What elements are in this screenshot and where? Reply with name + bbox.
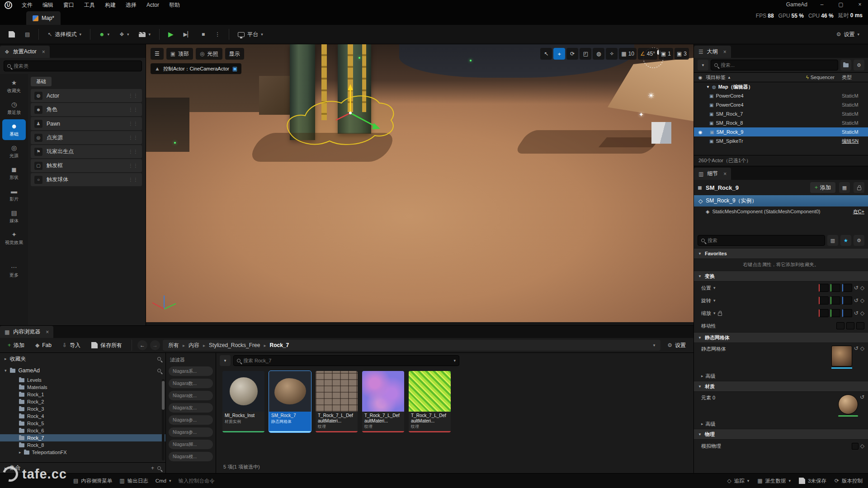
category-visual-effects[interactable]: ✦视觉效果: [2, 228, 26, 249]
derived-data-button[interactable]: ▦ 派生数据 ▾: [757, 478, 791, 484]
menu-help[interactable]: 帮助: [164, 0, 185, 10]
browse-button[interactable]: ▤: [21, 28, 34, 41]
expand-icon[interactable]: ▾: [5, 368, 7, 373]
breadcrumb[interactable]: 所有 ▸ 内容 ▸ Stylized_Rocks_Free ▸ Rock_7 ▾: [163, 340, 660, 351]
cmd-dropdown[interactable]: Cmd ▾: [156, 478, 171, 483]
static-mesh-thumbnail-wrap[interactable]: [831, 346, 852, 369]
unsaved-button[interactable]: 3未保存: [799, 478, 826, 484]
location-y-field[interactable]: [830, 284, 840, 292]
filter-chip[interactable]: Niagara参...: [169, 415, 213, 425]
keyframe-icon[interactable]: ◇: [860, 346, 864, 351]
tree-scrollbar[interactable]: [162, 379, 165, 460]
tree-item-rock6[interactable]: Rock_6: [0, 427, 165, 434]
save-button[interactable]: [5, 28, 19, 41]
place-item-point-light[interactable]: ◎点光源⋮⋮: [31, 131, 142, 144]
rotation-x-field[interactable]: [819, 296, 829, 305]
mobility-static-button[interactable]: [836, 322, 844, 329]
add-component-button[interactable]: + 添加: [810, 182, 835, 193]
tree-item-rock4[interactable]: Rock_4: [0, 413, 165, 420]
cinematics-button[interactable]: ▾: [135, 28, 155, 41]
menu-window[interactable]: 窗口: [58, 0, 79, 10]
content-drawer-button[interactable]: ▤ 内容侧滑菜单: [73, 478, 112, 484]
reset-icon[interactable]: ↺: [854, 310, 859, 316]
outliner-search-input[interactable]: [721, 62, 835, 68]
pilot-actor-bar[interactable]: ▲ 控制Actor：CineCameraActor ▣: [151, 63, 241, 74]
eye-column-icon[interactable]: ◉: [697, 75, 704, 80]
grid-snap-button[interactable]: ▦10: [619, 48, 637, 60]
details-columns-button[interactable]: ▥: [827, 235, 838, 246]
add-actor-button[interactable]: ☻ ▾: [95, 28, 113, 41]
chevron-down-icon[interactable]: ▾: [713, 286, 716, 290]
keyframe-icon[interactable]: ◇: [860, 443, 864, 449]
outliner-row[interactable]: ▣PowerCore4StaticM: [694, 91, 868, 100]
add-collection-icon[interactable]: +: [151, 465, 154, 471]
asset-tile-mi-rocks-inst[interactable]: MI_Rocks_Inst材质实例: [222, 371, 264, 432]
drag-grip-icon[interactable]: ⋮⋮: [128, 93, 138, 98]
minimize-button[interactable]: –: [817, 1, 826, 8]
outliner-row[interactable]: ▣PowerCore4StaticM: [694, 100, 868, 109]
tab-content-browser[interactable]: ▦ 内容浏览器 ×: [0, 326, 53, 338]
menu-build[interactable]: 构建: [100, 0, 121, 10]
close-icon[interactable]: ×: [46, 329, 49, 335]
drag-grip-icon[interactable]: ⋮⋮: [128, 107, 138, 112]
place-search-input[interactable]: [14, 63, 138, 69]
forward-button[interactable]: →: [150, 340, 160, 350]
tree-item-materials[interactable]: Materials: [0, 384, 165, 391]
tree-item-rock1[interactable]: Rock_1: [0, 391, 165, 398]
import-button[interactable]: ⇩导入: [58, 339, 85, 351]
edit-in-cpp-link[interactable]: 在C+: [853, 208, 864, 215]
filter-chip[interactable]: Niagara系...: [169, 366, 213, 376]
new-folder-button[interactable]: [840, 60, 851, 70]
output-log-button[interactable]: ▥ 输出日志: [119, 478, 148, 484]
scale-lock-icon[interactable]: [718, 313, 722, 316]
expand-icon[interactable]: ▼: [706, 85, 710, 89]
asset-search[interactable]: ▾: [233, 355, 459, 366]
viewport-menu-button[interactable]: ☰: [151, 48, 164, 60]
material-thumbnail-wrap[interactable]: [838, 394, 858, 417]
breadcrumb-pack[interactable]: Stylized_Rocks_Free: [209, 342, 260, 348]
save-all-button[interactable]: 保存所有: [87, 339, 126, 351]
keyframe-icon[interactable]: ◇: [860, 310, 864, 316]
simulate-physics-checkbox[interactable]: [852, 443, 859, 450]
camera-preview-toggle-icon[interactable]: ▣: [232, 66, 237, 72]
cb-add-button[interactable]: +添加: [4, 339, 28, 351]
play-options-button[interactable]: ⋮: [211, 28, 224, 41]
tree-item-rock8[interactable]: Rock_8: [0, 441, 165, 449]
details-settings-button[interactable]: ⚙: [854, 235, 864, 246]
asset-search-input[interactable]: [243, 358, 451, 363]
tab-level-map[interactable]: Map*: [26, 11, 61, 25]
category-shapes[interactable]: ◼形状: [2, 163, 26, 183]
section-physics[interactable]: ▼物理: [694, 429, 868, 440]
search-icon[interactable]: [157, 369, 161, 372]
category-recent[interactable]: ◷最近放: [2, 98, 26, 118]
drag-grip-icon[interactable]: ⋮⋮: [128, 135, 138, 140]
asset-tile-sm-rock7-selected[interactable]: SM_Rock_7静态网格体: [269, 371, 311, 432]
chevron-down-icon[interactable]: ▾: [713, 311, 716, 315]
surface-snap-toggle[interactable]: ✧: [606, 48, 618, 60]
selection-and-gizmo-overlay[interactable]: [146, 44, 693, 322]
close-icon[interactable]: ×: [723, 49, 726, 55]
lit-mode-button[interactable]: ◎光照: [196, 48, 222, 60]
mobility-stationary-button[interactable]: [846, 322, 854, 329]
rotation-snap-button[interactable]: ∠45°: [638, 48, 657, 60]
filter-chip[interactable]: Niagara参...: [169, 427, 213, 437]
filter-chip[interactable]: Niagara效...: [169, 391, 213, 400]
outliner-row-world[interactable]: ▼ ◍ Map（编辑器）: [694, 82, 868, 91]
maximize-button[interactable]: ▢: [836, 1, 845, 8]
category-lights[interactable]: ◎光源: [2, 141, 26, 162]
tab-basic-chip[interactable]: 基础: [31, 77, 52, 86]
platforms-dropdown[interactable]: 平台 ▾: [234, 28, 267, 41]
gizmo-origin[interactable]: [349, 112, 352, 114]
world-space-toggle[interactable]: ◍: [593, 48, 604, 60]
static-mesh-thumbnail[interactable]: [831, 346, 852, 366]
back-button[interactable]: ←: [137, 340, 147, 350]
tree-item-rock2[interactable]: Rock_2: [0, 398, 165, 405]
eye-icon[interactable]: ◉: [697, 130, 704, 135]
outliner-column-header[interactable]: ◉ 项目标签 ▲ ϟ Sequencer 类型: [694, 72, 868, 82]
asset-tile-texture-albedo[interactable]: T_Rock_7_L_DefaultMateri...纹理: [316, 371, 358, 432]
rotate-tool[interactable]: ⟳: [566, 48, 578, 60]
settings-button[interactable]: ⚙ 设置 ▾: [832, 28, 863, 41]
rotation-z-field[interactable]: [842, 296, 852, 305]
section-static-mesh[interactable]: ▼静态网格体: [694, 332, 868, 343]
play-button[interactable]: ▶: [164, 28, 178, 41]
